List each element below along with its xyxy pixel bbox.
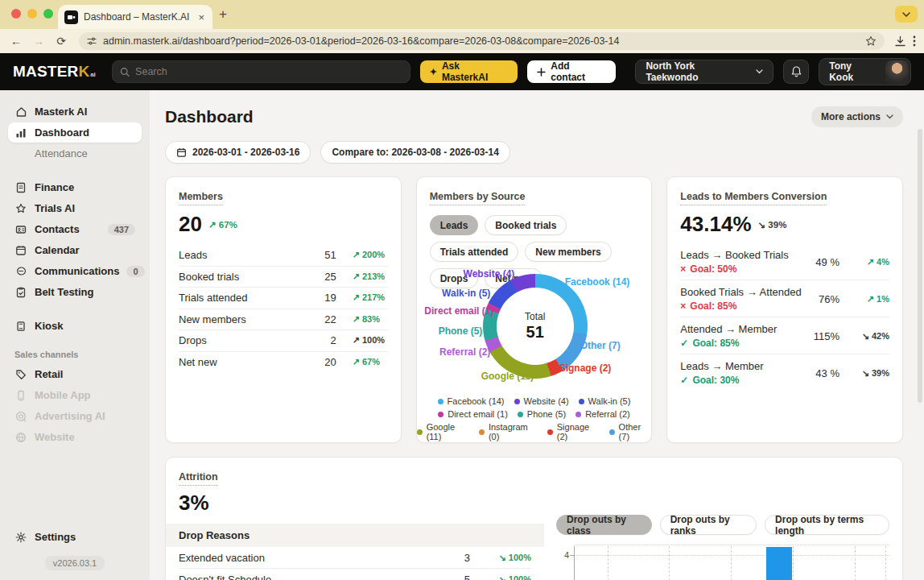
browser-tabstrip: Dashboard – MasterK.AI × + — [0, 0, 924, 29]
add-contact-button[interactable]: Add contact — [527, 60, 616, 83]
legend-item: Referral (2) — [575, 409, 630, 419]
table-row: Extended vacation 3 ↘ 100% — [179, 547, 531, 569]
compare-range-picker[interactable]: Compare to: 2026-03-08 - 2026-03-14 — [320, 141, 509, 164]
chat-icon — [14, 266, 27, 277]
donut-label-other: Other (7) — [580, 340, 621, 351]
sidebar-item-dashboard[interactable]: Dashboard — [8, 122, 142, 143]
table-row: Trials attended 19 ↗ 217% — [179, 288, 388, 309]
tag-icon — [14, 369, 27, 380]
url-text[interactable]: admin.masterk.ai/dashboard?period=2026-0… — [103, 35, 859, 47]
bar-chart-icon — [14, 127, 27, 139]
members-by-source-title[interactable]: Members by Source — [430, 191, 526, 205]
table-row: Attended → Member ✓Goal: 85% 115% ↘ 42% — [680, 317, 889, 354]
donut-legend: Facebook (14) Website (4) Walk-in (5) Di… — [417, 396, 652, 441]
calendar-icon — [176, 147, 187, 158]
tab-dropouts-by-ranks[interactable]: Drop outs by ranks — [660, 515, 757, 535]
members-total: 20 — [179, 212, 202, 237]
conversion-card-title[interactable]: Leads to Members Conversion — [680, 191, 827, 205]
window-close-button[interactable] — [11, 9, 21, 19]
sidebar-item-website[interactable]: Website — [8, 427, 142, 447]
tab-dropouts-by-terms-length[interactable]: Drop outs by terms length — [765, 515, 889, 535]
donut-label-facebook: Facebook (14) — [565, 276, 630, 288]
globe-icon — [14, 432, 27, 443]
more-actions-button[interactable]: More actions — [811, 106, 903, 127]
sidebar-item-advertising-ai[interactable]: Advertising AI — [8, 406, 142, 426]
avatar — [885, 60, 909, 84]
tab-title: Dashboard – MasterK.AI — [84, 11, 191, 23]
sidebar-item-kiosk[interactable]: Kiosk — [8, 316, 142, 336]
conversion-card: Leads to Members Conversion 43.14% ↘ 39%… — [666, 176, 903, 443]
browser-tab[interactable]: Dashboard – MasterK.AI × — [58, 5, 212, 29]
chevron-down-icon — [756, 69, 763, 74]
url-bar[interactable]: admin.masterk.ai/dashboard?period=2026-0… — [79, 32, 885, 50]
scrollbar-thumb[interactable] — [918, 129, 922, 403]
window-minimize-button[interactable] — [27, 9, 37, 19]
date-range-picker[interactable]: 2026-03-01 - 2026-03-16 — [165, 141, 311, 164]
user-menu[interactable]: Tony Kook — [819, 58, 911, 85]
browser-profile-chip[interactable] — [895, 6, 918, 23]
dropouts-bar-chart: 4 3 — [556, 545, 889, 580]
filter-pill-leads[interactable]: Leads — [430, 215, 479, 235]
ask-masterkai-button[interactable]: ✦ Ask MasterkAI — [420, 60, 518, 83]
search-input[interactable] — [135, 66, 402, 77]
contacts-count-badge: 437 — [108, 224, 135, 235]
filter-pill-new-members[interactable]: New members — [525, 242, 611, 262]
sidebar-item-trials-ai[interactable]: Trials AI — [8, 198, 142, 218]
sidebar-item-contacts[interactable]: Contacts 437 — [8, 219, 142, 239]
app-header: MASTERKai ✦ Ask MasterkAI Add contact No… — [0, 53, 924, 90]
bell-icon — [790, 65, 802, 78]
mobile-phone-icon — [14, 390, 27, 401]
donut-label-google: Google (11) — [481, 371, 534, 382]
new-tab-button[interactable]: + — [219, 6, 227, 23]
notifications-button[interactable] — [783, 60, 809, 84]
forward-button[interactable]: → — [31, 35, 47, 48]
user-name: Tony Kook — [829, 60, 878, 83]
conversion-trend: ↘ 39% — [758, 219, 787, 230]
back-button[interactable]: ← — [8, 35, 24, 48]
site-settings-icon[interactable] — [87, 36, 97, 46]
donut-center-value: 51 — [526, 323, 544, 342]
sidebar-item-communications[interactable]: Communications 0 — [8, 261, 142, 281]
bookmark-star-icon[interactable] — [865, 35, 877, 47]
kiosk-icon — [14, 321, 27, 332]
global-search[interactable] — [112, 60, 410, 83]
window-zoom-button[interactable] — [43, 9, 53, 19]
app-version-badge: v2026.03.1 — [45, 556, 105, 570]
plus-icon — [537, 68, 546, 77]
legend-item: Walk-in (5) — [579, 396, 631, 406]
donut-label-walkin: Walk-in (5) — [442, 288, 490, 299]
organization-selector[interactable]: North York Taekwondo — [635, 60, 773, 84]
tab-close-icon[interactable]: × — [196, 11, 206, 23]
legend-item: Google (11) — [417, 422, 469, 441]
donut-label-referral: Referral (2) — [439, 346, 490, 358]
donut-label-direct-email: Direct email (1) — [424, 305, 493, 317]
filter-pill-trials-attended[interactable]: Trials attended — [430, 242, 519, 262]
sidebar-item-finance[interactable]: Finance — [8, 177, 142, 197]
chevron-down-icon — [886, 114, 893, 119]
sidebar-item-masterk-ai[interactable]: Masterk AI — [8, 102, 142, 122]
sidebar-item-retail[interactable]: Retail — [8, 364, 142, 384]
download-icon[interactable] — [894, 35, 906, 48]
table-row: Booked Trials → Attended ×Goal: 85% 76% … — [680, 280, 889, 317]
members-card-title[interactable]: Members — [179, 191, 223, 205]
attrition-title[interactable]: Attrition — [179, 471, 218, 486]
y-axis-tick: 4 — [556, 550, 569, 560]
table-row: Leads → Member ✓Goal: 30% 43 % ↘ 39% — [680, 354, 889, 391]
sidebar-item-calendar[interactable]: Calendar — [8, 240, 142, 260]
tab-dropouts-by-class[interactable]: Drop outs by class — [556, 515, 652, 535]
masterk-logo[interactable]: MASTERKai — [13, 63, 96, 81]
filter-pill-booked-trials[interactable]: Booked trials — [485, 215, 567, 235]
home-icon — [14, 106, 27, 118]
browser-menu-icon[interactable] — [913, 35, 916, 47]
legend-item: Facebook (14) — [438, 396, 505, 406]
sidebar-item-mobile-app[interactable]: Mobile App — [8, 385, 142, 405]
sidebar-item-settings[interactable]: Settings — [8, 527, 142, 547]
tab-favicon-icon — [64, 10, 78, 24]
sparkle-icon: ✦ — [430, 67, 437, 77]
sidebar-item-belt-testing[interactable]: Belt Testing — [8, 282, 142, 302]
dropout-bar[interactable] — [766, 547, 792, 580]
reload-button[interactable]: ⟳ — [53, 35, 69, 48]
window-controls — [11, 9, 53, 19]
table-row: Leads → Booked Trials ×Goal: 50% 49 % ↗ … — [680, 243, 889, 280]
sidebar-item-attendance[interactable]: Attendance — [8, 143, 142, 164]
